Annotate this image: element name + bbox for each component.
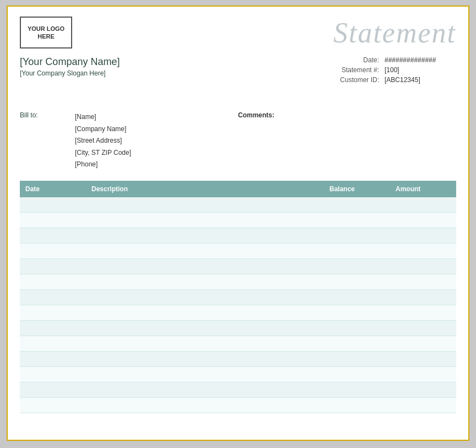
cell-desc bbox=[86, 244, 324, 259]
comments-label: Comments: bbox=[238, 111, 274, 119]
cell-balance bbox=[324, 244, 390, 259]
header-section: YoUr LOGO HERE Statement [Your Company N… bbox=[8, 7, 468, 67]
cell-amount bbox=[390, 352, 456, 367]
customer-row: Customer ID: [ABC12345] bbox=[324, 76, 456, 84]
bill-comments-section: Bill to: [Name] [Company Name] [Street A… bbox=[8, 100, 468, 181]
cell-balance bbox=[324, 382, 390, 398]
cell-date bbox=[20, 367, 86, 382]
cell-desc bbox=[86, 305, 324, 321]
table-row bbox=[20, 290, 456, 305]
cell-desc bbox=[86, 274, 324, 290]
cell-balance bbox=[324, 398, 390, 413]
cell-amount bbox=[390, 336, 456, 352]
table-body bbox=[20, 197, 456, 413]
cell-amount bbox=[390, 382, 456, 398]
statement-value: [100] bbox=[385, 66, 456, 74]
cell-date bbox=[20, 213, 86, 228]
customer-value: [ABC12345] bbox=[385, 76, 456, 84]
cell-amount bbox=[390, 290, 456, 305]
cell-date bbox=[20, 305, 86, 321]
date-label: Date: bbox=[324, 56, 385, 64]
cell-balance bbox=[324, 274, 390, 290]
table-row bbox=[20, 305, 456, 321]
logo-box: YoUr LOGO HERE bbox=[20, 17, 72, 48]
table-row bbox=[20, 244, 456, 259]
cell-desc bbox=[86, 382, 324, 398]
table-row bbox=[20, 367, 456, 382]
statement-page: YoUr LOGO HERE Statement [Your Company N… bbox=[7, 6, 469, 441]
logo-text: YoUr LOGO HERE bbox=[28, 25, 64, 41]
bill-to-label: Bill to: bbox=[20, 111, 75, 171]
table-row bbox=[20, 382, 456, 398]
cell-desc bbox=[86, 321, 324, 336]
cell-desc bbox=[86, 352, 324, 367]
cell-balance bbox=[324, 197, 390, 213]
cell-amount bbox=[390, 274, 456, 290]
statement-title: Statement bbox=[333, 17, 456, 49]
company-name: [Your Company Name] bbox=[20, 56, 120, 68]
bill-to-address: [Street Address] bbox=[75, 135, 131, 147]
statement-row: Statement #: [100] bbox=[324, 66, 456, 74]
cell-date bbox=[20, 197, 86, 213]
customer-label: Customer ID: bbox=[324, 76, 385, 84]
cell-date bbox=[20, 274, 86, 290]
cell-amount bbox=[390, 197, 456, 213]
company-slogan: [Your Company Slogan Here] bbox=[20, 69, 120, 77]
table-row bbox=[20, 321, 456, 336]
cell-balance bbox=[324, 259, 390, 274]
cell-desc bbox=[86, 367, 324, 382]
cell-desc bbox=[86, 213, 324, 228]
table-row bbox=[20, 336, 456, 352]
cell-balance bbox=[324, 367, 390, 382]
cell-balance bbox=[324, 305, 390, 321]
cell-amount bbox=[390, 398, 456, 413]
cell-desc bbox=[86, 398, 324, 413]
cell-balance bbox=[324, 352, 390, 367]
cell-date bbox=[20, 352, 86, 367]
cell-date bbox=[20, 398, 86, 413]
cell-balance bbox=[324, 336, 390, 352]
table-row bbox=[20, 228, 456, 244]
cell-desc bbox=[86, 228, 324, 244]
cell-desc bbox=[86, 259, 324, 274]
meta-info: Date: ############## Statement #: [100] … bbox=[324, 56, 456, 86]
col-amount-header: Amount bbox=[390, 185, 456, 193]
bill-to-city: [City, ST ZIP Code] bbox=[75, 147, 131, 159]
cell-amount bbox=[390, 367, 456, 382]
cell-date bbox=[20, 382, 86, 398]
cell-balance bbox=[324, 213, 390, 228]
date-value: ############## bbox=[385, 56, 456, 64]
table-header: Date Description Balance Amount bbox=[20, 181, 456, 197]
table-row bbox=[20, 213, 456, 228]
cell-amount bbox=[390, 228, 456, 244]
cell-balance bbox=[324, 228, 390, 244]
cell-date bbox=[20, 336, 86, 352]
cell-amount bbox=[390, 213, 456, 228]
cell-amount bbox=[390, 244, 456, 259]
cell-date bbox=[20, 228, 86, 244]
table-row bbox=[20, 398, 456, 413]
table-row bbox=[20, 259, 456, 274]
table-section: Date Description Balance Amount bbox=[20, 181, 456, 413]
cell-amount bbox=[390, 259, 456, 274]
comments-block: Comments: bbox=[238, 111, 456, 171]
col-description-header: Description bbox=[86, 185, 324, 193]
cell-amount bbox=[390, 321, 456, 336]
company-info: [Your Company Name] [Your Company Slogan… bbox=[20, 56, 120, 77]
bill-to-block: Bill to: [Name] [Company Name] [Street A… bbox=[20, 111, 238, 171]
cell-balance bbox=[324, 290, 390, 305]
date-row: Date: ############## bbox=[324, 56, 456, 64]
col-balance-header: Balance bbox=[324, 185, 390, 193]
bill-to-name: [Name] bbox=[75, 111, 131, 123]
table-row bbox=[20, 197, 456, 213]
cell-date bbox=[20, 290, 86, 305]
statement-label: Statement #: bbox=[324, 66, 385, 74]
cell-desc bbox=[86, 197, 324, 213]
table-row bbox=[20, 274, 456, 290]
cell-balance bbox=[324, 321, 390, 336]
table-row bbox=[20, 352, 456, 367]
cell-date bbox=[20, 321, 86, 336]
cell-date bbox=[20, 244, 86, 259]
cell-date bbox=[20, 259, 86, 274]
cell-desc bbox=[86, 336, 324, 352]
